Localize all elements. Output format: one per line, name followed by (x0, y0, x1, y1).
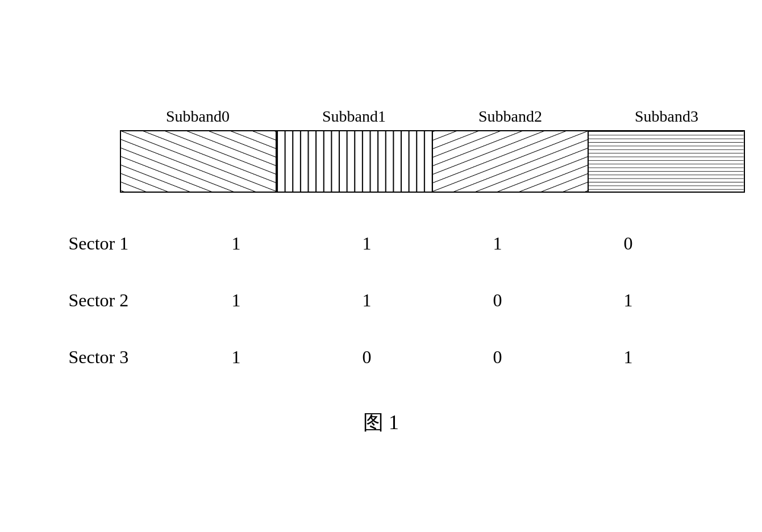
sector-1-val-2: 1 (432, 233, 563, 254)
subband-label-3: Subband3 (589, 107, 745, 126)
sector-3-row: Sector 3 1 0 0 1 (69, 329, 694, 386)
sector-1-values: 1 1 1 0 (171, 233, 694, 254)
sector-2-val-0: 1 (171, 290, 302, 311)
svg-rect-7 (589, 131, 744, 192)
sector-1-val-0: 1 (171, 233, 302, 254)
band-bar-row (120, 130, 745, 193)
sector-1-val-3: 0 (563, 233, 694, 254)
subband-label-2: Subband2 (432, 107, 589, 126)
sector-2-values: 1 1 0 1 (171, 290, 694, 311)
sector-3-val-3: 1 (563, 347, 694, 368)
subband-label-0: Subband0 (120, 107, 276, 126)
band-segment-3 (589, 131, 744, 192)
band-segment-1 (277, 131, 433, 192)
subband-labels-row: Subband0 Subband1 Subband2 Subband3 (120, 107, 745, 126)
sector-3-val-1: 0 (302, 347, 432, 368)
sector-2-val-3: 1 (563, 290, 694, 311)
band-bar (120, 130, 745, 193)
sector-2-row: Sector 2 1 1 0 1 (69, 272, 694, 329)
sector-3-val-0: 1 (171, 347, 302, 368)
band-segment-2 (433, 131, 589, 192)
svg-rect-1 (121, 131, 276, 192)
sector-2-val-1: 1 (302, 290, 432, 311)
diagram-container: Subband0 Subband1 Subband2 Subband3 (69, 96, 694, 437)
subband-label-1: Subband1 (276, 107, 432, 126)
figure-caption: 图 1 (363, 409, 399, 437)
band-segment-0 (121, 131, 277, 192)
svg-rect-5 (433, 131, 588, 192)
sector-3-values: 1 0 0 1 (171, 347, 694, 368)
sector-1-label: Sector 1 (69, 233, 171, 254)
sector-2-label: Sector 2 (69, 290, 171, 311)
sector-3-val-2: 0 (432, 347, 563, 368)
sector-3-label: Sector 3 (69, 347, 171, 368)
sector-2-val-2: 0 (432, 290, 563, 311)
svg-rect-3 (277, 131, 432, 192)
sector-1-row: Sector 1 1 1 1 0 (69, 215, 694, 272)
data-table: Sector 1 1 1 1 0 Sector 2 1 1 0 1 Sector… (69, 215, 694, 386)
sector-1-val-1: 1 (302, 233, 432, 254)
